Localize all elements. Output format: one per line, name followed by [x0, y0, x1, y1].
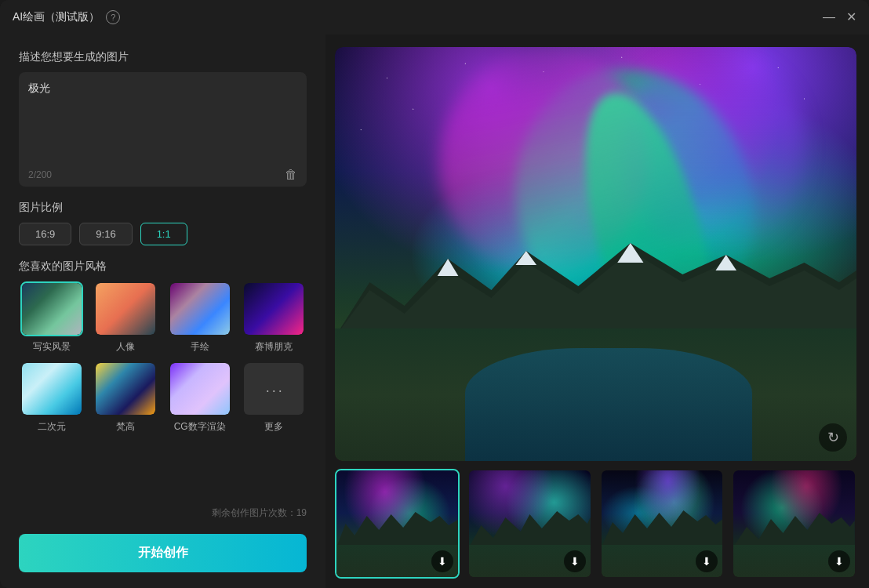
style-grid: 写实风景 人像 手绘 — [19, 281, 307, 434]
ratio-9-16[interactable]: 9:16 — [79, 223, 132, 245]
style-label-sketch: 手绘 — [191, 340, 209, 354]
thumbnail-4[interactable]: ⬇ — [732, 469, 856, 579]
style-label-nature: 写实风景 — [33, 340, 71, 354]
left-panel: 描述您想要生成的图片 极光 2/200 🗑 图片比例 16:9 9:16 1:1… — [0, 34, 325, 588]
style-more-preview: ··· — [244, 363, 305, 416]
style-label-cg: CG数字渲染 — [174, 420, 226, 434]
style-label-portrait: 人像 — [116, 340, 135, 354]
download-button-2[interactable]: ⬇ — [564, 550, 586, 572]
ground-area — [335, 328, 856, 461]
svg-marker-1 — [335, 251, 856, 337]
style-label-vangogh: 梵高 — [116, 420, 135, 434]
style-sketch-preview — [170, 283, 230, 335]
style-thumb-cyberpunk — [242, 281, 305, 336]
refresh-button[interactable]: ↻ — [819, 423, 847, 452]
char-counter: 2/200 — [28, 169, 52, 180]
main-content: 描述您想要生成的图片 极光 2/200 🗑 图片比例 16:9 9:16 1:1… — [0, 34, 869, 588]
thumbnail-3[interactable]: ⬇ — [600, 469, 725, 579]
app-title: AI绘画（测试版） — [13, 10, 100, 24]
style-vangogh-preview — [96, 363, 155, 415]
style-label: 您喜欢的图片风格 — [19, 260, 307, 274]
ratio-label: 图片比例 — [19, 201, 307, 215]
style-thumb-portrait — [94, 281, 157, 336]
ratio-16-9[interactable]: 16:9 — [19, 223, 71, 245]
aurora-main-image — [335, 47, 856, 461]
svg-marker-6 — [336, 512, 458, 547]
style-section: 您喜欢的图片风格 写实风景 人像 — [19, 260, 307, 434]
style-item-nature[interactable]: 写实风景 — [19, 281, 85, 354]
style-label-cyberpunk: 赛博朋克 — [255, 340, 293, 354]
style-label-anime: 二次元 — [38, 420, 66, 434]
style-thumb-nature — [20, 281, 83, 336]
titlebar: AI绘画（测试版） ? — ✕ — [0, 0, 869, 34]
main-image-area: ↻ — [335, 47, 856, 461]
svg-marker-9 — [733, 513, 855, 547]
style-cg-preview — [170, 363, 230, 415]
download-button-1[interactable]: ⬇ — [431, 550, 453, 572]
style-item-more[interactable]: ··· 更多 — [241, 361, 307, 434]
ratio-1-1[interactable]: 1:1 — [140, 223, 187, 245]
style-item-cyberpunk[interactable]: 赛博朋克 — [241, 281, 307, 354]
minimize-button[interactable]: — — [823, 11, 835, 24]
clear-icon[interactable]: 🗑 — [285, 168, 297, 182]
style-anime-preview — [22, 363, 82, 415]
thumbnail-strip: ⬇ ⬇ — [335, 469, 856, 579]
right-panel: ↻ ⬇ — [325, 34, 869, 588]
style-item-anime[interactable]: 二次元 — [19, 361, 85, 434]
svg-marker-8 — [602, 510, 723, 547]
app-window: AI绘画（测试版） ? — ✕ 描述您想要生成的图片 极光 2/200 🗑 图片… — [0, 0, 869, 588]
style-thumb-more: ··· — [242, 361, 305, 416]
create-button[interactable]: 开始创作 — [19, 534, 307, 572]
titlebar-left: AI绘画（测试版） ? — [13, 10, 120, 24]
style-item-vangogh[interactable]: 梵高 — [93, 361, 158, 434]
mountain-svg — [335, 235, 856, 337]
style-nature-preview — [22, 283, 82, 335]
style-thumb-sketch — [169, 281, 231, 336]
prompt-section: 描述您想要生成的图片 极光 2/200 🗑 — [19, 50, 307, 187]
style-item-sketch[interactable]: 手绘 — [167, 281, 233, 354]
ratio-section: 图片比例 16:9 9:16 1:1 — [19, 201, 307, 245]
style-portrait-preview — [96, 283, 155, 335]
thumbnail-1[interactable]: ⬇ — [335, 469, 460, 579]
prompt-input[interactable]: 极光 — [28, 82, 297, 160]
style-thumb-anime — [20, 361, 83, 416]
textarea-wrapper: 极光 2/200 🗑 — [19, 72, 307, 187]
help-icon[interactable]: ? — [106, 10, 120, 24]
style-thumb-vangogh — [94, 361, 157, 416]
style-item-portrait[interactable]: 人像 — [93, 281, 158, 354]
svg-marker-7 — [469, 511, 591, 547]
ratio-buttons: 16:9 9:16 1:1 — [19, 223, 307, 245]
close-button[interactable]: ✕ — [846, 11, 856, 24]
style-label-more: 更多 — [264, 420, 283, 434]
download-button-4[interactable]: ⬇ — [828, 550, 850, 572]
style-thumb-cg — [169, 361, 231, 416]
thumbnail-2[interactable]: ⬇ — [467, 469, 592, 579]
remaining-count: 剩余创作图片次数：19 — [19, 506, 307, 520]
style-item-cg[interactable]: CG数字渲染 — [167, 361, 233, 434]
style-cyberpunk-preview — [244, 283, 304, 335]
prompt-label: 描述您想要生成的图片 — [19, 50, 307, 64]
titlebar-controls: — ✕ — [823, 11, 856, 24]
